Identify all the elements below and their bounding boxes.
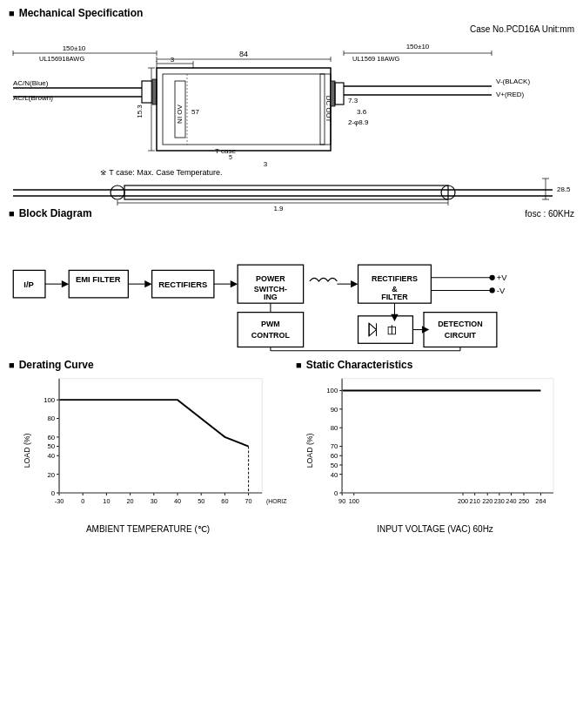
svg-text:80: 80 — [48, 415, 56, 422]
svg-text:-V: -V — [497, 286, 506, 295]
svg-text:LOAD (%): LOAD (%) — [305, 433, 314, 468]
svg-text:10: 10 — [103, 497, 110, 505]
svg-text:AC/L(Brown): AC/L(Brown) — [13, 94, 53, 102]
svg-text:80: 80 — [331, 424, 338, 432]
block-diagram: I/P EMI FILTER RECTIFIERS — [9, 225, 574, 347]
svg-text:T case: T case — [215, 147, 236, 155]
svg-rect-90 — [359, 316, 413, 343]
derating-title: Derating Curve — [9, 359, 287, 371]
fosc-label: fosc : 60KHz — [525, 209, 574, 219]
svg-rect-101 — [238, 313, 303, 347]
svg-text:3: 3 — [171, 56, 175, 64]
svg-text:LOAD (%): LOAD (%) — [23, 433, 31, 468]
svg-text:210: 210 — [470, 497, 480, 505]
svg-text:※ T case: Max. Case Temperatur: ※ T case: Max. Case Temperature. — [100, 168, 223, 177]
static-chart-container: Static Characteristics LOAD (%) 0 40 — [296, 359, 574, 534]
svg-text:NI OV: NI OV — [176, 104, 184, 123]
svg-text:230: 230 — [494, 497, 505, 505]
page: Mechanical Specification Case No.PCD16A … — [0, 0, 583, 541]
svg-text:CIRCUIT: CIRCUIT — [445, 331, 477, 340]
svg-point-89 — [489, 287, 494, 293]
charts-row: Derating Curve LOAD (%) 0 20 — [9, 359, 574, 534]
svg-text:220: 220 — [482, 497, 493, 505]
svg-rect-10 — [331, 81, 335, 106]
svg-text:50: 50 — [331, 462, 338, 469]
svg-rect-96 — [424, 313, 497, 347]
svg-text:28.5: 28.5 — [557, 185, 571, 193]
svg-text:7.3: 7.3 — [348, 97, 359, 104]
svg-text:15.3: 15.3 — [136, 104, 144, 118]
block-section: Block Diagram fosc : 60KHz I/P EMI FILTE… — [9, 207, 574, 347]
svg-text:200: 200 — [458, 497, 468, 505]
svg-point-88 — [489, 275, 494, 280]
case-info: Case No.PCD16A Unit:mm — [9, 24, 574, 34]
svg-text:UL1569 18AWG: UL1569 18AWG — [352, 55, 400, 63]
svg-text:264: 264 — [535, 497, 546, 505]
svg-text:40: 40 — [331, 471, 338, 479]
svg-text:100: 100 — [44, 396, 56, 404]
svg-text:3.6: 3.6 — [357, 108, 367, 116]
svg-text:5: 5 — [229, 154, 232, 160]
svg-text:50: 50 — [198, 497, 204, 505]
svg-text:2-φ8.9: 2-φ8.9 — [348, 118, 369, 126]
svg-text:0: 0 — [334, 489, 338, 497]
svg-text:20: 20 — [127, 497, 134, 505]
svg-marker-109 — [391, 314, 398, 321]
svg-marker-69 — [144, 280, 151, 287]
svg-text:70: 70 — [245, 497, 252, 505]
svg-text:RECTIFIERS: RECTIFIERS — [372, 274, 418, 283]
derating-chart: LOAD (%) 0 20 40 50 60 — [9, 374, 287, 522]
svg-text:84: 84 — [239, 50, 248, 58]
derating-xlabel: AMBIENT TEMPERATURE (℃) — [9, 524, 287, 534]
svg-rect-2 — [142, 81, 152, 103]
mechanical-section: Mechanical Specification Case No.PCD16A … — [9, 7, 574, 199]
svg-text:0: 0 — [51, 489, 56, 497]
mechanical-diagram: NI OV DC OUT — [13, 37, 570, 199]
svg-text:100: 100 — [349, 497, 359, 505]
svg-text:-30: -30 — [55, 497, 64, 505]
svg-text:70: 70 — [331, 442, 338, 450]
svg-text:PWM: PWM — [261, 320, 280, 328]
svg-text:POWER: POWER — [256, 274, 285, 283]
mechanical-title: Mechanical Specification — [9, 7, 574, 19]
svg-text:CONTROL: CONTROL — [251, 331, 291, 340]
svg-text:(HORIZONTAL): (HORIZONTAL) — [266, 498, 287, 505]
svg-text:UL156918AWG: UL156918AWG — [39, 55, 84, 63]
svg-text:40: 40 — [48, 452, 56, 460]
svg-text:60: 60 — [331, 452, 338, 460]
svg-text:250: 250 — [519, 497, 529, 505]
static-title: Static Characteristics — [296, 359, 574, 371]
svg-rect-49 — [124, 185, 448, 199]
svg-text:DETECTION: DETECTION — [438, 320, 482, 328]
svg-text:+V: +V — [497, 273, 508, 282]
block-title: Block Diagram — [9, 207, 92, 219]
svg-rect-147 — [59, 379, 262, 493]
svg-text:V-(BLACK): V-(BLACK) — [496, 78, 530, 85]
svg-text:1.9: 1.9 — [273, 205, 284, 212]
svg-text:57: 57 — [191, 108, 199, 116]
svg-text:3: 3 — [264, 160, 268, 168]
svg-text:20: 20 — [48, 471, 56, 479]
svg-text:ING: ING — [264, 293, 278, 301]
svg-marker-73 — [231, 280, 238, 287]
svg-text:100: 100 — [326, 387, 338, 394]
svg-marker-92 — [369, 323, 376, 336]
svg-marker-79 — [351, 280, 358, 287]
svg-text:240: 240 — [506, 497, 516, 505]
svg-text:60: 60 — [48, 434, 56, 442]
svg-text:FILTER: FILTER — [381, 293, 408, 301]
svg-text:EMI FILTER: EMI FILTER — [76, 274, 121, 284]
svg-text:30: 30 — [151, 497, 157, 505]
svg-text:50: 50 — [48, 442, 56, 450]
svg-text:90: 90 — [338, 497, 345, 505]
svg-text:150±10: 150±10 — [63, 44, 86, 52]
svg-text:150±10: 150±10 — [406, 43, 430, 51]
svg-marker-100 — [422, 326, 429, 333]
svg-rect-185 — [342, 379, 553, 493]
svg-text:40: 40 — [174, 497, 181, 505]
derating-chart-container: Derating Curve LOAD (%) 0 20 — [9, 359, 287, 534]
static-xlabel: INPUT VOLTAGE (VAC) 60Hz — [296, 524, 574, 534]
svg-text:I/P: I/P — [23, 280, 34, 289]
svg-point-47 — [111, 185, 124, 199]
svg-text:AC/N(Blue): AC/N(Blue) — [13, 79, 49, 87]
